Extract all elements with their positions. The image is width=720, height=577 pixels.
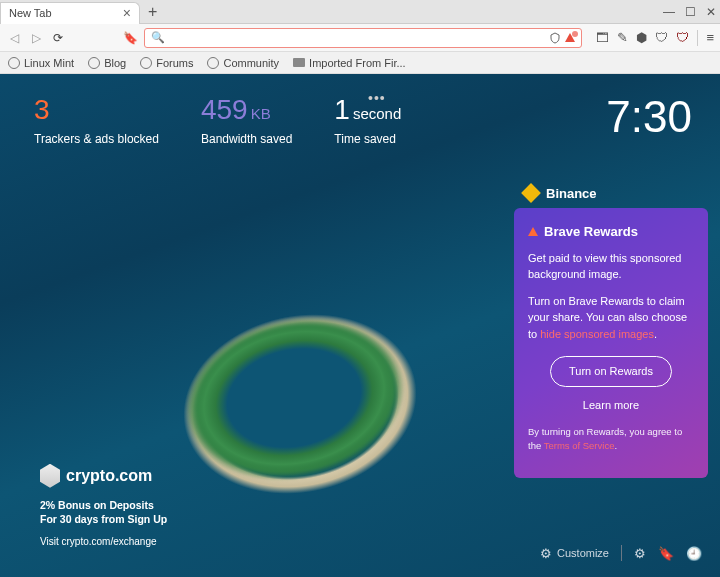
- extension-icon[interactable]: 🗔: [596, 30, 609, 45]
- shield-icon[interactable]: [549, 32, 561, 44]
- stats-row: 3 Trackers & ads blocked 459KB Bandwidth…: [34, 94, 401, 146]
- rewards-text: Turn on Brave Rewards to claim your shar…: [528, 293, 694, 343]
- sponsor-logo[interactable]: crypto.com: [40, 464, 167, 488]
- bookmark-item[interactable]: Community: [207, 57, 279, 69]
- brave-rewards-icon[interactable]: [565, 33, 575, 42]
- stat-label: Trackers & ads blocked: [34, 132, 159, 146]
- globe-icon: [8, 57, 20, 69]
- sponsor-block: crypto.com 2% Bonus on Deposits For 30 d…: [40, 464, 167, 549]
- close-window-button[interactable]: ✕: [706, 5, 716, 19]
- rewards-disclaimer: By turning on Rewards, you agree to the …: [528, 425, 694, 454]
- hide-sponsored-link[interactable]: hide sponsored images: [540, 328, 654, 340]
- settings-icon[interactable]: ⚙: [634, 546, 646, 561]
- sliders-icon: ⚙: [540, 546, 552, 561]
- bookmarks-icon[interactable]: 🔖: [658, 546, 674, 561]
- sponsor-visit-link[interactable]: Visit crypto.com/exchange: [40, 535, 167, 549]
- brave-triangle-icon: [528, 227, 538, 236]
- bookmark-label: Forums: [156, 57, 193, 69]
- tab-strip: New Tab × + — ☐ ✕: [0, 0, 720, 24]
- bookmarks-bar: Linux Mint Blog Forums Community Importe…: [0, 52, 720, 74]
- bookmark-icon[interactable]: 🔖: [122, 30, 138, 46]
- extension-icons: 🗔 ✎ ⬢ 🛡 🛡 ≡: [596, 30, 714, 46]
- bookmark-label: Imported From Fir...: [309, 57, 406, 69]
- history-icon[interactable]: 🕘: [686, 546, 702, 561]
- rewards-title-row: Brave Rewards: [528, 222, 694, 242]
- background-island: [130, 274, 470, 534]
- customize-label: Customize: [557, 547, 609, 559]
- stat-value: 459: [201, 94, 248, 125]
- sponsor-line: 2% Bonus on Deposits: [40, 498, 167, 513]
- stat-unit: KB: [251, 105, 271, 122]
- turn-on-rewards-button[interactable]: Turn on Rewards: [550, 356, 672, 387]
- learn-more-link[interactable]: Learn more: [528, 397, 694, 414]
- globe-icon: [140, 57, 152, 69]
- minimize-button[interactable]: —: [663, 5, 675, 19]
- bookmark-item[interactable]: Forums: [140, 57, 193, 69]
- address-bar[interactable]: 🔍: [144, 28, 582, 48]
- binance-widget[interactable]: Binance: [514, 180, 708, 206]
- menu-button[interactable]: ≡: [706, 30, 714, 45]
- new-tab-page: 3 Trackers & ads blocked 459KB Bandwidth…: [0, 74, 720, 577]
- globe-icon: [88, 57, 100, 69]
- bookmark-label: Blog: [104, 57, 126, 69]
- window-controls: — ☐ ✕: [663, 5, 716, 19]
- tos-link[interactable]: Terms of Service: [544, 440, 615, 451]
- bookmark-item[interactable]: Linux Mint: [8, 57, 74, 69]
- binance-label: Binance: [546, 186, 597, 201]
- extension-icon[interactable]: ⬢: [636, 30, 647, 45]
- new-tab-button[interactable]: +: [148, 3, 157, 21]
- stat-unit: second: [353, 105, 401, 122]
- customize-button[interactable]: ⚙ Customize: [540, 546, 609, 561]
- toolbar: ◁ ▷ ⟳ 🔖 🔍 🗔 ✎ ⬢ 🛡 🛡 ≡: [0, 24, 720, 52]
- bookmark-item[interactable]: Blog: [88, 57, 126, 69]
- stat-value: 1: [334, 94, 350, 125]
- divider: [621, 545, 622, 561]
- ublock-icon[interactable]: 🛡: [676, 30, 689, 45]
- tab-title: New Tab: [9, 7, 52, 19]
- divider: [697, 30, 698, 46]
- cryptocom-icon: [40, 464, 60, 488]
- extension-icon[interactable]: 🛡: [655, 30, 668, 45]
- globe-icon: [207, 57, 219, 69]
- rewards-panel: Brave Rewards Get paid to view this spon…: [514, 208, 708, 478]
- rewards-text: Get paid to view this sponsored backgrou…: [528, 250, 694, 283]
- close-tab-icon[interactable]: ×: [123, 5, 131, 21]
- sponsor-brand: crypto.com: [66, 467, 152, 485]
- forward-button[interactable]: ▷: [28, 30, 44, 46]
- extension-icon[interactable]: ✎: [617, 30, 628, 45]
- rewards-title: Brave Rewards: [544, 222, 638, 242]
- bookmark-folder[interactable]: Imported From Fir...: [293, 57, 406, 69]
- browser-tab[interactable]: New Tab ×: [0, 2, 140, 24]
- maximize-button[interactable]: ☐: [685, 5, 696, 19]
- stat-bandwidth: 459KB Bandwidth saved: [201, 94, 292, 146]
- search-icon: 🔍: [151, 31, 165, 44]
- reload-button[interactable]: ⟳: [50, 30, 66, 46]
- stat-label: Time saved: [334, 132, 401, 146]
- folder-icon: [293, 58, 305, 67]
- stat-label: Bandwidth saved: [201, 132, 292, 146]
- back-button[interactable]: ◁: [6, 30, 22, 46]
- bookmark-label: Community: [223, 57, 279, 69]
- stat-trackers: 3 Trackers & ads blocked: [34, 94, 159, 146]
- bottom-controls: ⚙ Customize ⚙ 🔖 🕘: [540, 545, 702, 561]
- stats-menu-button[interactable]: •••: [368, 90, 386, 106]
- binance-icon: [521, 183, 541, 203]
- stat-value: 3: [34, 94, 159, 126]
- bookmark-label: Linux Mint: [24, 57, 74, 69]
- clock: 7:30: [606, 92, 692, 142]
- sponsor-line: For 30 days from Sign Up: [40, 512, 167, 527]
